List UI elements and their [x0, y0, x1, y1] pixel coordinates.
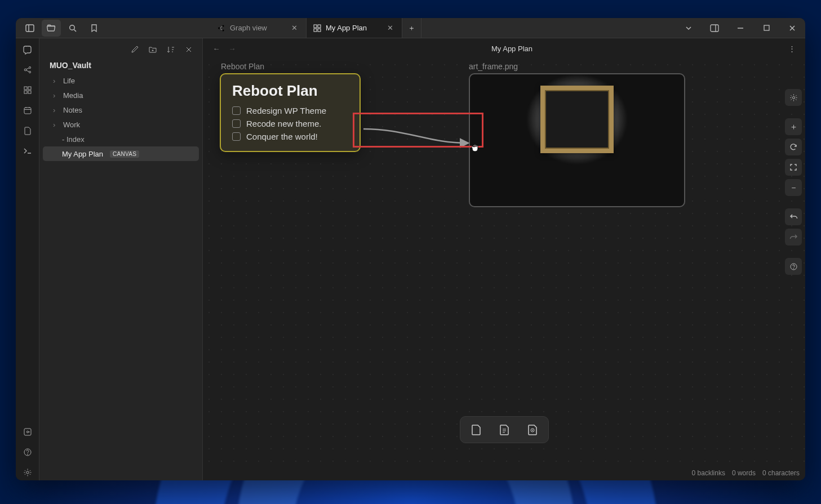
collapse-icon[interactable]: [182, 43, 196, 56]
help-icon[interactable]: [19, 444, 36, 460]
editor-header: ← → My App Plan ⋮: [203, 38, 805, 59]
undo-button[interactable]: [785, 208, 802, 225]
tab-list-dropdown[interactable]: [676, 18, 702, 38]
graph-view-icon[interactable]: [19, 62, 36, 78]
checkbox-item[interactable]: Recode new theme.: [232, 117, 348, 130]
folder-media[interactable]: ›Media: [43, 88, 199, 102]
svg-rect-13: [711, 25, 718, 32]
char-count[interactable]: 0 characters: [762, 469, 800, 477]
canvas-icon: [313, 24, 321, 32]
graph-icon: [218, 24, 225, 32]
file-my-app-plan[interactable]: My App Plan CANVAS: [43, 146, 199, 161]
titlebar: Graph view ✕ My App Plan ✕ ＋: [16, 18, 805, 38]
editor-title: My App Plan: [240, 44, 784, 53]
folder-notes[interactable]: ›Notes: [43, 102, 199, 117]
new-folder-icon[interactable]: [146, 43, 159, 56]
right-sidebar-toggle[interactable]: [702, 18, 727, 38]
zoom-out-button[interactable]: －: [785, 179, 802, 196]
new-tab-button[interactable]: ＋: [402, 18, 421, 38]
zoom-in-button[interactable]: ＋: [785, 118, 802, 135]
canvas-help-button[interactable]: [785, 258, 802, 275]
nav-forward-button[interactable]: →: [224, 44, 240, 53]
zoom-fit-button[interactable]: [785, 159, 802, 176]
editor-more-button[interactable]: ⋮: [784, 44, 800, 53]
nav-back-button[interactable]: ←: [208, 44, 224, 53]
svg-rect-26: [24, 91, 27, 93]
file-tree: ›Life ›Media ›Notes ›Work - Index My App…: [39, 72, 202, 162]
daily-note-icon[interactable]: [19, 102, 36, 118]
backlinks-count[interactable]: 0 backlinks: [692, 469, 725, 477]
add-note-button[interactable]: [494, 420, 514, 439]
svg-point-4: [218, 27, 220, 29]
image-node-label: art_frame.png: [469, 62, 518, 71]
annotation-highlight: [353, 113, 483, 148]
file-explorer-sidebar: MUO_Vault ›Life ›Media ›Notes ›Work - In…: [39, 38, 203, 480]
app-body: MUO_Vault ›Life ›Media ›Notes ›Work - In…: [16, 38, 805, 480]
vault-name[interactable]: MUO_Vault: [39, 61, 202, 72]
svg-rect-16: [764, 25, 769, 30]
svg-point-19: [24, 69, 26, 71]
tab-label: My App Plan: [326, 24, 380, 32]
add-media-button[interactable]: [522, 420, 543, 439]
close-window-button[interactable]: [779, 18, 805, 38]
svg-point-38: [792, 96, 795, 99]
svg-line-22: [26, 68, 29, 69]
checkbox-icon[interactable]: [232, 132, 241, 141]
status-bar: 0 backlinks 0 words 0 characters: [692, 469, 800, 477]
sidebar-toggle-button[interactable]: [20, 20, 39, 37]
app-window: Graph view ✕ My App Plan ✕ ＋: [16, 18, 805, 480]
search-button[interactable]: [63, 20, 82, 37]
picture-frame-graphic: [540, 86, 614, 153]
folder-open-button[interactable]: [42, 20, 61, 37]
svg-rect-12: [318, 29, 321, 32]
svg-point-6: [222, 29, 224, 31]
canvas-icon[interactable]: [19, 82, 36, 98]
note-node-label: Reboot Plan: [221, 62, 264, 71]
quick-switcher-icon[interactable]: [19, 42, 36, 57]
maximize-button[interactable]: [753, 18, 779, 38]
svg-point-20: [29, 66, 30, 68]
folder-life[interactable]: ›Life: [43, 73, 199, 88]
tab-my-app-plan[interactable]: My App Plan ✕: [307, 18, 402, 38]
checkbox-item[interactable]: Conquer the world!: [232, 130, 348, 143]
svg-point-5: [222, 25, 224, 26]
redo-button[interactable]: [785, 229, 802, 246]
editor-pane: ← → My App Plan ⋮ Reboot Plan Reboot Pla…: [203, 38, 805, 480]
bookmark-button[interactable]: [85, 20, 104, 37]
templates-icon[interactable]: [19, 123, 36, 139]
svg-rect-27: [28, 91, 31, 93]
vault-icon[interactable]: [19, 424, 36, 440]
svg-rect-28: [24, 108, 31, 114]
svg-point-40: [793, 268, 793, 269]
word-count[interactable]: 0 words: [732, 469, 756, 477]
add-card-button[interactable]: [466, 420, 486, 439]
close-icon[interactable]: ✕: [385, 24, 395, 32]
sort-icon[interactable]: [164, 43, 177, 56]
svg-point-36: [27, 454, 28, 455]
grab-cursor-icon: [471, 142, 481, 153]
settings-icon[interactable]: [19, 465, 36, 480]
image-node-art-frame[interactable]: [469, 73, 685, 207]
canvas-settings-button[interactable]: [785, 89, 802, 106]
checkbox-item[interactable]: Redesign WP Theme: [232, 104, 348, 117]
canvas-area[interactable]: Reboot Plan Reboot Plan Redesign WP Them…: [203, 59, 805, 463]
sidebar-toolbar: [39, 38, 202, 61]
minimize-button[interactable]: [727, 18, 753, 38]
svg-point-21: [29, 71, 30, 73]
reset-zoom-button[interactable]: [785, 139, 802, 155]
close-icon[interactable]: ✕: [289, 24, 299, 32]
note-card-reboot-plan[interactable]: Reboot Plan Redesign WP Theme Recode new…: [220, 73, 361, 152]
command-palette-icon[interactable]: [19, 143, 36, 159]
svg-point-37: [26, 471, 28, 474]
new-note-icon[interactable]: [128, 43, 141, 56]
checkbox-icon[interactable]: [232, 106, 241, 115]
svg-rect-25: [28, 87, 31, 90]
tab-graph-view[interactable]: Graph view ✕: [211, 18, 307, 38]
folder-work[interactable]: ›Work: [43, 117, 199, 132]
svg-point-33: [26, 431, 28, 432]
svg-rect-32: [24, 429, 31, 435]
svg-point-2: [70, 25, 75, 30]
file-index[interactable]: - Index: [43, 132, 199, 146]
svg-rect-0: [26, 25, 34, 32]
checkbox-icon[interactable]: [232, 119, 241, 128]
